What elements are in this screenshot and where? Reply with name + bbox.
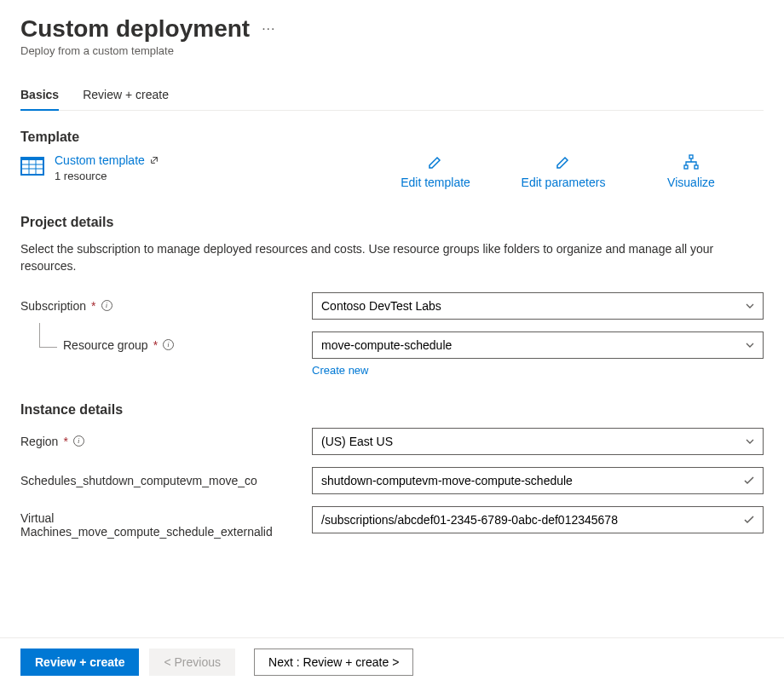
- project-details-description: Select the subscription to manage deploy…: [20, 240, 745, 275]
- svg-rect-8: [695, 165, 698, 169]
- tab-review-create[interactable]: Review + create: [83, 81, 169, 110]
- edit-parameters-button[interactable]: Edit parameters: [516, 153, 610, 189]
- region-label: Region * i: [20, 435, 312, 448]
- template-resource-count: 1 resource: [55, 170, 159, 182]
- template-icon: [20, 157, 44, 176]
- edit-template-label: Edit template: [401, 176, 470, 189]
- custom-template-link-text: Custom template: [55, 153, 145, 167]
- more-actions-icon[interactable]: ···: [262, 21, 275, 37]
- required-asterisk: *: [63, 435, 67, 448]
- subscription-label: Subscription * i: [20, 299, 312, 313]
- page-header: Custom deployment ··· Deploy from a cust…: [20, 0, 764, 57]
- required-asterisk: *: [153, 338, 158, 352]
- region-dropdown[interactable]: [312, 428, 764, 455]
- vm-externalid-input[interactable]: [312, 506, 764, 533]
- resource-group-dropdown[interactable]: [312, 331, 764, 359]
- svg-rect-7: [684, 165, 688, 169]
- custom-template-link[interactable]: Custom template: [55, 153, 159, 167]
- info-icon[interactable]: i: [163, 339, 174, 350]
- template-heading: Template: [20, 130, 764, 145]
- hierarchy-icon: [683, 153, 700, 170]
- info-icon[interactable]: i: [101, 300, 112, 311]
- schedules-label: Schedules_shutdown_computevm_move_co: [20, 474, 312, 487]
- vm-externalid-label: Virtual Machines_move_compute_schedule_e…: [20, 506, 312, 539]
- project-details-heading: Project details: [20, 215, 764, 230]
- info-icon[interactable]: i: [73, 435, 84, 447]
- page-subtitle: Deploy from a custom template: [20, 44, 764, 57]
- svg-rect-1: [22, 160, 43, 174]
- visualize-label: Visualize: [667, 176, 715, 189]
- tab-strip: Basics Review + create: [20, 81, 764, 111]
- pencil-icon: [427, 153, 444, 170]
- schedules-input[interactable]: [312, 467, 764, 494]
- create-new-link[interactable]: Create new: [312, 364, 764, 377]
- edit-parameters-label: Edit parameters: [522, 176, 606, 189]
- open-link-icon: [150, 156, 159, 164]
- tab-basics[interactable]: Basics: [20, 81, 59, 110]
- pencil-icon: [555, 153, 572, 170]
- template-row: Custom template 1 resource Edit template…: [20, 153, 764, 189]
- visualize-button[interactable]: Visualize: [644, 153, 738, 189]
- edit-template-button[interactable]: Edit template: [389, 153, 482, 189]
- subscription-dropdown[interactable]: [312, 292, 764, 320]
- instance-details-heading: Instance details: [20, 402, 764, 418]
- required-asterisk: *: [91, 299, 95, 313]
- page-title: Custom deployment: [20, 15, 250, 43]
- resource-group-label: Resource group * i: [20, 338, 312, 352]
- svg-rect-6: [689, 155, 693, 159]
